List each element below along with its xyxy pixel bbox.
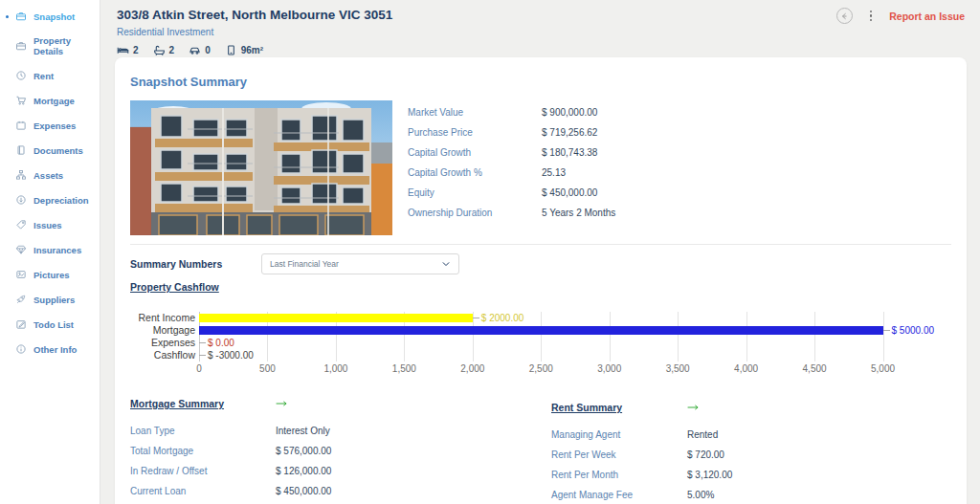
chart-x-tick-label: 4,000 [734,363,758,374]
mortgage-row-current-loan: Current Loan $ 450,000.00 [130,481,551,501]
row-value: Rented [687,429,718,440]
chart-category-label: Expenses [130,337,195,349]
sidebar-item-other-info[interactable]: Other Info [0,337,100,362]
baths-feature: 2 [153,44,175,56]
sidebar-item-documents[interactable]: Documents [0,138,100,163]
baths-count: 2 [169,45,175,55]
sidebar-item-assets[interactable]: Assets [0,163,100,187]
cashflow-chart: Rent Income Mortgage Expenses Cashflow $… [130,312,951,375]
sidebar-item-label: Issues [33,220,62,230]
field-value: $ 719,256.62 [542,127,597,138]
field-label: Equity [408,187,542,198]
field-value: $ 180,743.38 [542,147,597,158]
row-label: Rent Per Week [551,449,687,460]
rent-income-bar [199,314,473,322]
chart-x-tick-label: 0 [196,363,202,374]
field-label: Market Value [408,107,542,118]
rent-row-rent-per-week: Rent Per Week $ 720.00 [551,445,972,465]
field-value: $ 450,000.00 [542,187,597,198]
mortgage-row-total-mortgage: Total Mortgage $ 576,000.00 [130,441,551,461]
chart-category-label: Mortgage [130,324,195,337]
mortgage-summary-link[interactable]: Mortgage Summary [130,398,224,409]
image-icon [15,269,27,280]
chart-row-mortgage: $ 5000.00 [199,324,951,337]
edit-square-icon [15,318,27,330]
sidebar-item-todo-list[interactable]: Todo List [0,312,100,337]
beds-feature: 2 [117,44,139,56]
arrow-down-circle-icon [15,194,27,206]
row-value: 5.00% [687,490,714,500]
sidebar-item-label: Depreciation [33,195,89,206]
field-market-value: Market Value $ 900,000.00 [408,102,615,122]
sidebar-item-suppliers[interactable]: Suppliers [0,287,100,312]
mortgage-summary-section: Mortgage Summary Loan Type Interest Only… [130,396,551,504]
green-arrow-icon[interactable] [276,398,287,409]
period-dropdown[interactable]: Last Financial Year [261,253,459,274]
sidebar-item-label: Suppliers [33,295,75,305]
rent-row-rent-per-month: Rent Per Month $ 3,120.00 [551,465,972,485]
section-divider [130,244,951,245]
chart-x-tick-label: 4,500 [803,363,827,374]
row-value: $ 720.00 [687,449,724,460]
sidebar-item-depreciation[interactable]: Depreciation [0,187,100,212]
green-arrow-icon[interactable] [687,402,699,413]
sidebar-item-label: Assets [33,170,63,181]
sidebar-item-label: Documents [33,145,83,156]
beds-count: 2 [133,45,139,55]
sidebar-item-label: Todo List [33,319,74,330]
report-an-issue-link[interactable]: Report an Issue [889,11,965,22]
chart-row-cashflow: $ -3000.00 [199,349,951,362]
chart-x-axis: 05001,0001,5002,0002,5003,0003,5004,0004… [199,363,951,375]
chart-category-label: Rent Income [130,312,195,324]
sidebar-item-label: Pictures [33,270,70,280]
chevron-down-icon [441,259,451,269]
mortgage-bar [199,326,883,335]
row-label: Managing Agent [551,429,687,440]
sidebar-item-label: Property Details [33,35,96,56]
car-icon [189,44,201,56]
expenses-value-label: $ 0.00 [199,337,234,349]
rocket-icon [15,294,27,305]
row-label: Rent Per Month [551,470,687,480]
property-photo [130,100,392,235]
back-button[interactable] [836,8,853,24]
field-purchase-price: Purchase Price $ 719,256.62 [408,122,615,142]
field-value: 25.13 [542,167,566,178]
more-options-menu-icon[interactable] [868,9,875,24]
field-equity: Equity $ 450,000.00 [408,183,615,203]
sidebar-item-snapshot[interactable]: Snapshot [0,4,100,29]
sidebar-item-insurances[interactable]: Insurances [0,237,100,262]
rent-row-managing-agent: Managing Agent Rented [551,425,972,445]
rent-summary-link[interactable]: Rent Summary [551,402,622,413]
sidebar-item-label: Rent [33,71,54,81]
document-icon [15,144,27,156]
sidebar-item-rent[interactable]: Rent [0,63,100,88]
row-label: In Redraw / Offset [130,466,276,476]
chart-x-tick-label: 1,000 [323,363,347,374]
period-dropdown-value: Last Financial Year [270,259,441,269]
field-label: Purchase Price [408,127,542,138]
chart-x-tick-label: 2,500 [529,363,553,374]
mortgage-row-redraw-offset: In Redraw / Offset $ 126,000.00 [130,461,551,481]
sidebar-item-issues[interactable]: Issues [0,212,100,237]
sidebar-item-expenses[interactable]: Expenses [0,113,100,138]
rent-income-value-label: $ 2000.00 [473,312,524,324]
chart-x-tick-label: 500 [259,363,276,374]
field-ownership-duration: Ownership Duration 5 Years 2 Months [408,203,615,223]
cashflow-value-label: $ -3000.00 [199,349,254,362]
chart-row-expenses: $ 0.00 [199,337,951,349]
sidebar-item-label: Snapshot [33,11,75,22]
field-label: Ownership Duration [408,208,542,218]
sidebar: Snapshot Property Details Rent Mortgage … [0,0,100,504]
chart-x-tick-label: 3,000 [597,363,621,374]
info-circle-icon [15,343,27,355]
chart-row-rent-income: $ 2000.00 [199,312,951,324]
property-cashflow-link[interactable]: Property Cashflow [130,281,219,293]
briefcase-icon [15,40,27,52]
row-label: Agent Manage Fee [551,490,687,500]
sitemap-icon [15,169,27,181]
sidebar-item-pictures[interactable]: Pictures [0,262,100,287]
sidebar-item-property-details[interactable]: Property Details [0,29,100,63]
sidebar-item-mortgage[interactable]: Mortgage [0,88,100,113]
tag-icon [15,219,27,230]
